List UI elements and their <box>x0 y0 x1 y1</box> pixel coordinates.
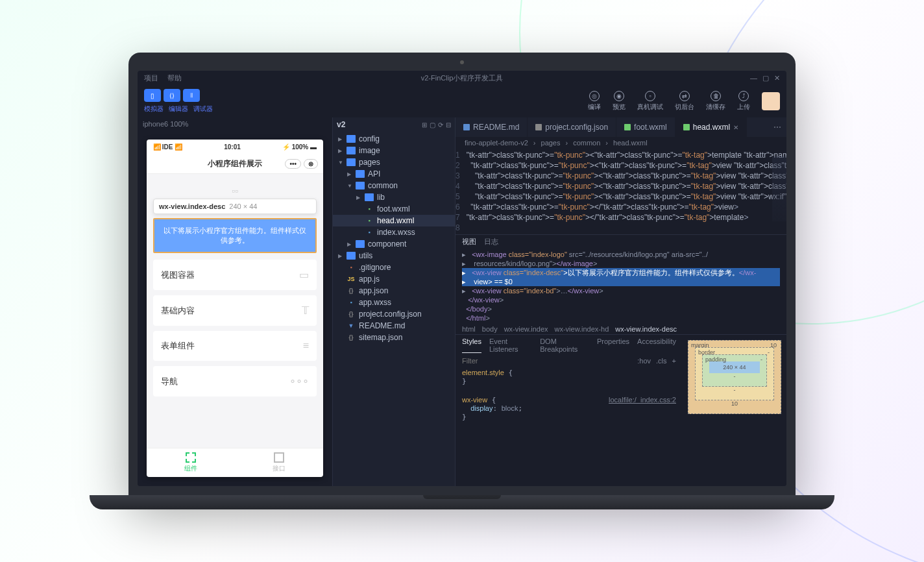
highlighted-element[interactable]: 以下将展示小程序官方组件能力。组件样式仅供参考。 <box>153 218 317 253</box>
avatar[interactable] <box>762 92 780 110</box>
file-icon: {} <box>346 287 356 295</box>
styles-filter-input[interactable] <box>462 357 632 365</box>
css-rule[interactable]: element.style {} <box>456 366 683 388</box>
file-icon: {} <box>346 310 356 318</box>
editor-toggle[interactable]: ⟨⟩ <box>164 89 180 102</box>
file-item[interactable]: ▪index.wxss <box>333 226 455 238</box>
element-node[interactable]: ▸ view> == $0 <box>462 277 780 286</box>
file-item[interactable]: {}sitemap.json <box>333 332 455 343</box>
clear-cache-button[interactable]: 🗑清缓存 <box>706 91 725 112</box>
menu-item[interactable]: 导航∘∘∘ <box>153 366 317 397</box>
upload-button[interactable]: ⤴上传 <box>737 91 750 112</box>
chevron-icon: ▶ <box>356 195 361 201</box>
device-info[interactable]: iphone6 100% <box>138 117 332 130</box>
folder-icon <box>356 170 365 178</box>
file-item[interactable]: ▪foot.wxml <box>333 203 455 215</box>
breadcrumb-segment[interactable]: pages <box>541 139 561 147</box>
chevron-icon: ▶ <box>347 171 352 177</box>
background-button[interactable]: ⇄切后台 <box>675 91 694 112</box>
refresh-icon[interactable]: ⟳ <box>438 121 443 128</box>
remote-debug-button[interactable]: ▫真机调试 <box>637 91 663 112</box>
tabs-overflow-icon[interactable]: ⋯ <box>768 123 786 132</box>
code-editor[interactable]: 12345678 "tk-attr">class"tk-punc">="tk-p… <box>456 149 786 234</box>
close-tab-icon[interactable]: ✕ <box>733 124 738 131</box>
compile-button[interactable]: ◎编译 <box>588 91 601 112</box>
new-folder-icon[interactable]: ▢ <box>430 121 435 128</box>
breadcrumb-segment[interactable]: head.wxml <box>613 139 648 147</box>
hov-toggle[interactable]: :hov <box>637 357 651 365</box>
breadcrumbs[interactable]: fino-applet-demo-v2›pages›common›head.wx… <box>456 137 786 149</box>
file-item[interactable]: ▪app.wxss <box>333 297 455 308</box>
file-item[interactable]: ▪head.wxml <box>333 215 455 226</box>
folder-item[interactable]: ▶image <box>333 145 455 156</box>
styles-tab[interactable]: Accessibility <box>637 337 676 353</box>
css-rule[interactable]: localfile:/_index.css:2wx-view { display… <box>456 393 683 424</box>
new-file-icon[interactable]: ⊞ <box>422 121 427 128</box>
editor-tab[interactable]: project.config.json <box>528 117 616 137</box>
folder-item[interactable]: ▼pages <box>333 156 455 168</box>
project-root[interactable]: v2 <box>337 120 345 129</box>
styles-tab[interactable]: DOM Breakpoints <box>540 337 589 353</box>
element-node[interactable]: ▸ <wx-image class="index-logo" src="../r… <box>462 250 780 259</box>
element-node[interactable]: </wx-view> <box>462 295 780 304</box>
menu-project[interactable]: 项目 <box>144 73 158 83</box>
crumb[interactable]: wx-view.index <box>504 325 548 333</box>
close-icon[interactable]: ✕ <box>774 74 780 82</box>
crumb[interactable]: body <box>482 325 498 333</box>
folder-item[interactable]: ▶component <box>333 238 455 250</box>
file-item[interactable]: {}project.config.json <box>333 308 455 320</box>
elements-tree[interactable]: ▸ <wx-image class="index-logo" src="../r… <box>456 249 786 324</box>
styles-tab[interactable]: Properties <box>597 337 629 353</box>
simulator-toggle[interactable]: ▯ <box>144 89 161 102</box>
more-button[interactable]: ••• <box>285 159 301 169</box>
element-node[interactable]: ▸ <wx-view class="index-bd">…</wx-view> <box>462 286 780 295</box>
menu-item[interactable]: 基础内容𝕋 <box>153 295 317 326</box>
editor-tab[interactable]: foot.wxml <box>616 117 675 137</box>
menu-help[interactable]: 帮助 <box>167 73 182 83</box>
menu-item[interactable]: 表单组件≡ <box>153 331 317 361</box>
menu-item[interactable]: 视图容器▭ <box>153 260 317 290</box>
file-item[interactable]: JSapp.js <box>333 273 455 285</box>
devtools-tab-view[interactable]: 视图 <box>462 237 476 247</box>
breadcrumb-segment[interactable]: common <box>573 139 600 147</box>
editor-tab[interactable]: head.wxml✕ <box>675 117 747 137</box>
box-model[interactable]: margin10 border- padding- 240 × 44 - - 1 <box>683 335 786 486</box>
menubar: 项目 帮助 v2-FinClip小程序开发工具 — ▢ ✕ <box>138 71 786 85</box>
css-rule[interactable]: </span><span class="sel">.index-desc</sp… <box>456 388 683 393</box>
devtools-tab-log[interactable]: 日志 <box>484 237 498 247</box>
crumb[interactable]: wx-view.index-desc <box>615 325 677 333</box>
crumb[interactable]: wx-view.index-hd <box>555 325 609 333</box>
source-link[interactable]: localfile:/_index.css:2 <box>609 396 676 404</box>
breadcrumb-segment[interactable]: fino-applet-demo-v2 <box>465 139 528 147</box>
styles-tab[interactable]: Event Listeners <box>489 337 532 353</box>
folder-item[interactable]: ▶lib <box>333 191 455 203</box>
minimize-icon[interactable]: — <box>750 74 757 82</box>
file-item[interactable]: {}app.json <box>333 285 455 297</box>
folder-item[interactable]: ▼common <box>333 180 455 191</box>
element-node[interactable]: ▸ <wx-view class="index-desc">以下将展示小程序官方… <box>462 268 780 277</box>
editor-tab[interactable]: README.md <box>456 117 528 137</box>
debugger-toggle[interactable]: ⫴ <box>183 89 200 102</box>
preview-button[interactable]: ◉预览 <box>613 91 626 112</box>
tab-api[interactable]: 接口 <box>235 448 323 477</box>
cls-toggle[interactable]: .cls <box>656 357 667 365</box>
folder-item[interactable]: ▶API <box>333 168 455 180</box>
minimap[interactable] <box>772 156 786 221</box>
add-rule-icon[interactable]: + <box>672 357 676 365</box>
crumb[interactable]: html <box>462 325 476 333</box>
styles-tab[interactable]: Styles <box>462 337 481 353</box>
elements-breadcrumb[interactable]: htmlbodywx-view.indexwx-view.index-hdwx-… <box>456 324 786 334</box>
folder-item[interactable]: ▶utils <box>333 250 455 262</box>
element-node[interactable]: </html> <box>462 313 780 323</box>
tab-component[interactable]: 组件 <box>147 448 235 477</box>
folder-item[interactable]: ▶config <box>333 133 455 145</box>
menu-item-label: 导航 <box>161 376 178 387</box>
element-node[interactable]: </body> <box>462 304 780 313</box>
close-app-button[interactable]: ⊗ <box>304 159 318 169</box>
collapse-icon[interactable]: ⊟ <box>446 121 451 128</box>
maximize-icon[interactable]: ▢ <box>762 74 769 82</box>
element-node[interactable]: ▸ resources/kind/logo.png"></wx-image> <box>462 259 780 268</box>
folder-icon <box>346 158 356 166</box>
file-item[interactable]: ▼README.md <box>333 320 455 332</box>
file-item[interactable]: ▪.gitignore <box>333 262 455 273</box>
